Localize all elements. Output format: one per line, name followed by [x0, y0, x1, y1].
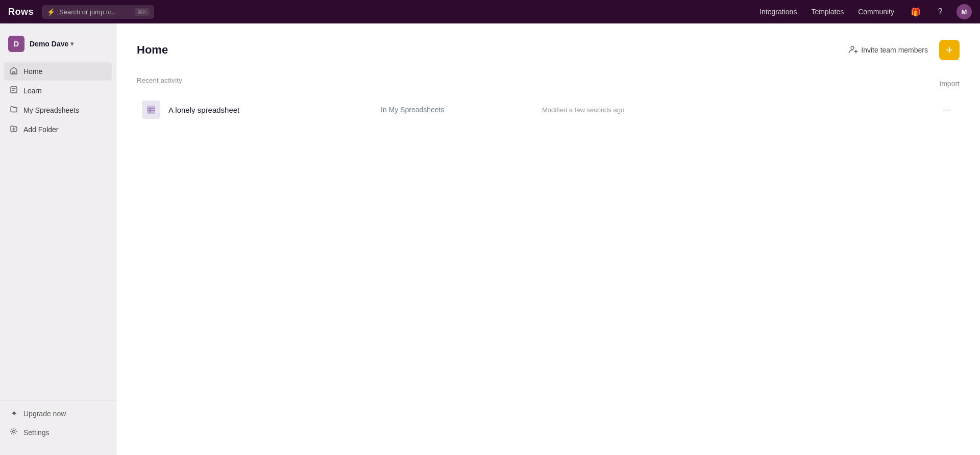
- home-icon: [9, 66, 18, 77]
- folder-icon: [9, 105, 18, 115]
- plus-icon: +: [946, 44, 953, 56]
- settings-icon: [9, 427, 18, 438]
- section-header: Recent activity Import: [137, 77, 960, 90]
- sidebar-user[interactable]: D Demo Dave ▾: [0, 32, 116, 60]
- app-logo: Rows: [8, 7, 34, 17]
- help-icon[interactable]: ?: [932, 4, 948, 20]
- svg-rect-3: [147, 106, 155, 114]
- svg-point-1: [13, 431, 15, 433]
- table-row[interactable]: A lonely spreadsheet In My Spreadsheets …: [137, 94, 960, 125]
- spreadsheet-name: A lonely spreadsheet: [168, 106, 373, 114]
- sidebar-item-settings[interactable]: Settings: [4, 423, 112, 442]
- search-kbd: ⌘K: [135, 8, 149, 16]
- more-options-button[interactable]: ···: [939, 103, 954, 117]
- spreadsheet-modified: Modified a few seconds ago: [542, 106, 930, 114]
- content-header: Home Invite team members +: [137, 40, 960, 60]
- gift-icon[interactable]: 🎁: [908, 4, 924, 20]
- add-folder-icon: [9, 124, 18, 135]
- invite-team-button[interactable]: Invite team members: [844, 42, 933, 59]
- learn-icon: [9, 86, 18, 96]
- upgrade-icon: ✦: [9, 409, 18, 418]
- spreadsheet-list: A lonely spreadsheet In My Spreadsheets …: [137, 94, 960, 125]
- import-button[interactable]: Import: [939, 80, 960, 88]
- sidebar-item-add-folder[interactable]: Add Folder: [4, 120, 112, 139]
- sidebar-user-name: Demo Dave ▾: [30, 40, 74, 48]
- nav-templates[interactable]: Templates: [806, 6, 849, 18]
- nav-community[interactable]: Community: [853, 6, 899, 18]
- sidebar-item-my-spreadsheets[interactable]: My Spreadsheets: [4, 101, 112, 119]
- nav-integrations[interactable]: Integrations: [754, 6, 802, 18]
- spreadsheet-location: In My Spreadsheets: [381, 106, 534, 114]
- sidebar-nav: Home Learn My Spreadsheets: [0, 60, 116, 400]
- svg-rect-0: [11, 87, 17, 93]
- page-title: Home: [137, 43, 168, 57]
- sidebar: D Demo Dave ▾ Home: [0, 23, 116, 455]
- topbar: Rows ⚡ Search or jump to... ⌘K Integrati…: [0, 0, 980, 23]
- main-layout: D Demo Dave ▾ Home: [0, 23, 980, 455]
- topbar-nav: Integrations Templates Community: [754, 6, 899, 18]
- content: Home Invite team members +: [116, 23, 980, 455]
- search-icon: ⚡: [47, 8, 55, 16]
- invite-label: Invite team members: [861, 46, 928, 54]
- chevron-down-icon: ▾: [70, 40, 74, 47]
- avatar[interactable]: M: [957, 4, 972, 19]
- invite-icon: [849, 45, 858, 56]
- sidebar-item-home[interactable]: Home: [4, 62, 112, 81]
- sidebar-bottom: ✦ Upgrade now Settings: [0, 400, 116, 447]
- new-spreadsheet-button[interactable]: +: [939, 40, 960, 60]
- sidebar-user-avatar: D: [8, 36, 24, 52]
- sidebar-item-upgrade[interactable]: ✦ Upgrade now: [4, 405, 112, 422]
- recent-activity-label: Recent activity: [137, 77, 182, 84]
- svg-point-2: [851, 46, 854, 49]
- header-actions: Invite team members +: [844, 40, 960, 60]
- search-bar[interactable]: ⚡ Search or jump to... ⌘K: [42, 5, 154, 19]
- search-placeholder: Search or jump to...: [59, 8, 131, 16]
- spreadsheet-icon: [142, 100, 160, 119]
- sidebar-item-learn[interactable]: Learn: [4, 82, 112, 100]
